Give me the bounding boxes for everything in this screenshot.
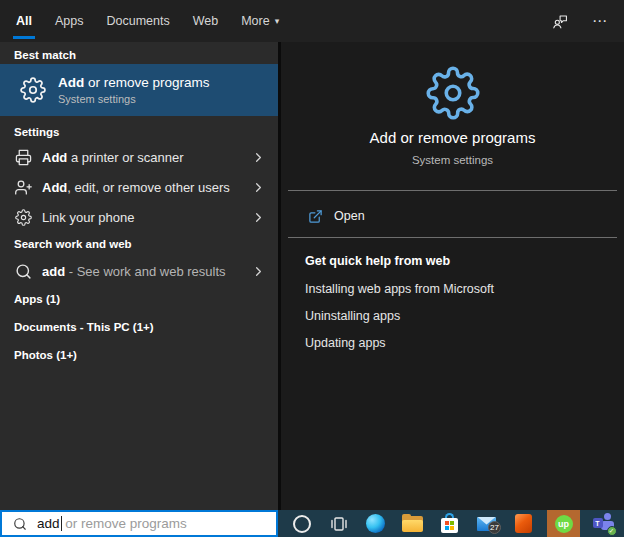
best-match-result[interactable]: Add or remove programs System settings bbox=[0, 64, 278, 116]
active-tab-underline bbox=[13, 36, 35, 39]
open-external-icon bbox=[308, 209, 323, 224]
category-photos[interactable]: Photos (1+) bbox=[14, 349, 77, 361]
gear-icon bbox=[426, 66, 480, 120]
results-panel: Best match Add or remove programs System… bbox=[0, 42, 278, 510]
tab-apps-label: Apps bbox=[55, 14, 84, 28]
store-glyph bbox=[440, 513, 459, 534]
help-link-installing[interactable]: Installing web apps from Microsoft bbox=[305, 282, 494, 296]
search-typed-text: add bbox=[37, 516, 60, 531]
tab-web[interactable]: Web bbox=[193, 0, 218, 42]
upwork-icon[interactable]: up bbox=[547, 510, 580, 537]
best-match-title-bold: Add bbox=[58, 75, 84, 90]
open-label: Open bbox=[334, 209, 365, 223]
result-label-bold: Add bbox=[42, 180, 67, 195]
printer-icon bbox=[15, 149, 32, 166]
best-match-header: Best match bbox=[14, 49, 76, 61]
tab-all-label: All bbox=[16, 14, 32, 28]
result-label: Link your phone bbox=[42, 210, 135, 225]
edge-icon[interactable] bbox=[362, 510, 389, 537]
tab-all[interactable]: All bbox=[16, 0, 32, 42]
logo-green bbox=[450, 521, 454, 525]
add-user-icon bbox=[15, 179, 32, 196]
cortana-circle bbox=[293, 515, 311, 533]
help-link-updating[interactable]: Updating apps bbox=[305, 336, 386, 350]
teams-logo: T ✓ bbox=[592, 513, 616, 534]
search-icon bbox=[15, 263, 32, 280]
office-icon[interactable] bbox=[510, 510, 537, 537]
search-icon bbox=[13, 517, 27, 531]
tab-documents-label: Documents bbox=[106, 14, 169, 28]
category-apps[interactable]: Apps (1) bbox=[14, 293, 60, 305]
teams-person-head bbox=[604, 513, 611, 520]
teams-letter: T bbox=[593, 518, 603, 528]
best-match-text: Add or remove programs System settings bbox=[58, 75, 210, 105]
office-logo bbox=[515, 514, 532, 533]
result-label: add - See work and web results bbox=[42, 264, 226, 279]
tab-web-label: Web bbox=[193, 14, 218, 28]
mail-icon[interactable]: 27 bbox=[473, 510, 500, 537]
divider bbox=[288, 190, 617, 191]
chevron-right-icon[interactable] bbox=[251, 180, 266, 195]
result-label-rest: Link your phone bbox=[42, 210, 135, 225]
tab-documents[interactable]: Documents bbox=[106, 0, 169, 42]
result-label-bold: Add bbox=[42, 150, 67, 165]
result-label: Add, edit, or remove other users bbox=[42, 180, 230, 195]
chevron-right-icon[interactable] bbox=[251, 210, 266, 225]
result-label-rest: - See work and web results bbox=[65, 264, 225, 279]
start-search-flyout: All Apps Documents Web More ▾ ⋯ Best mat… bbox=[0, 0, 624, 537]
preview-panel: Add or remove programs System settings O… bbox=[281, 42, 624, 510]
folder-front bbox=[402, 520, 423, 532]
result-label: Add a printer or scanner bbox=[42, 150, 184, 165]
status-check-icon: ✓ bbox=[607, 526, 617, 536]
settings-result-printer[interactable]: Add a printer or scanner bbox=[0, 142, 278, 172]
more-options-icon[interactable]: ⋯ bbox=[592, 12, 608, 30]
result-label-bold: add bbox=[42, 264, 65, 279]
open-action[interactable]: Open bbox=[281, 201, 624, 231]
logo-blue bbox=[445, 526, 449, 530]
logo-red bbox=[445, 521, 449, 525]
mail-envelope: 27 bbox=[477, 517, 496, 531]
taskbar: 27 up T ✓ bbox=[278, 510, 624, 537]
search-web-header: Search work and web bbox=[14, 238, 132, 250]
settings-result-users[interactable]: Add, edit, or remove other users bbox=[0, 172, 278, 202]
web-search-result[interactable]: add - See work and web results bbox=[0, 256, 278, 286]
chevron-right-icon[interactable] bbox=[251, 264, 266, 279]
windows-logo-grid bbox=[445, 521, 454, 530]
settings-header: Settings bbox=[14, 126, 59, 138]
gear-icon bbox=[15, 209, 32, 226]
cortana-icon[interactable] bbox=[288, 510, 315, 537]
task-view-glyph bbox=[329, 514, 349, 534]
quick-help-header: Get quick help from web bbox=[305, 254, 450, 268]
help-link-uninstalling[interactable]: Uninstalling apps bbox=[305, 309, 400, 323]
best-match-title-rest: or remove programs bbox=[84, 75, 209, 90]
logo-yellow bbox=[450, 526, 454, 530]
topbar-actions: ⋯ bbox=[551, 0, 624, 42]
upwork-logo: up bbox=[555, 515, 573, 533]
gear-icon bbox=[20, 77, 46, 103]
best-match-subtitle: System settings bbox=[58, 93, 210, 105]
search-input[interactable]: add or remove programs bbox=[0, 510, 278, 537]
tab-more-label: More bbox=[241, 14, 269, 28]
mail-badge: 27 bbox=[488, 521, 501, 534]
filter-tabs: All Apps Documents Web More ▾ bbox=[0, 0, 279, 42]
divider bbox=[288, 237, 617, 238]
feedback-icon[interactable] bbox=[551, 12, 570, 31]
task-view-icon[interactable] bbox=[325, 510, 352, 537]
search-filter-bar: All Apps Documents Web More ▾ ⋯ bbox=[0, 0, 624, 42]
folder-glyph bbox=[402, 516, 423, 532]
preview-title: Add or remove programs bbox=[281, 129, 624, 146]
store-icon[interactable] bbox=[436, 510, 463, 537]
result-label-rest: a printer or scanner bbox=[67, 150, 183, 165]
edge-logo bbox=[366, 514, 385, 533]
category-documents[interactable]: Documents - This PC (1+) bbox=[14, 321, 154, 333]
teams-icon[interactable]: T ✓ bbox=[590, 510, 617, 537]
settings-result-link-phone[interactable]: Link your phone bbox=[0, 202, 278, 232]
result-label-rest: , edit, or remove other users bbox=[67, 180, 230, 195]
search-suggestion-text: or remove programs bbox=[62, 516, 187, 531]
preview-subtitle: System settings bbox=[281, 154, 624, 166]
file-explorer-icon[interactable] bbox=[399, 510, 426, 537]
chevron-right-icon[interactable] bbox=[251, 150, 266, 165]
tab-more[interactable]: More ▾ bbox=[241, 0, 279, 42]
store-bag bbox=[441, 518, 458, 533]
tab-apps[interactable]: Apps bbox=[55, 0, 84, 42]
